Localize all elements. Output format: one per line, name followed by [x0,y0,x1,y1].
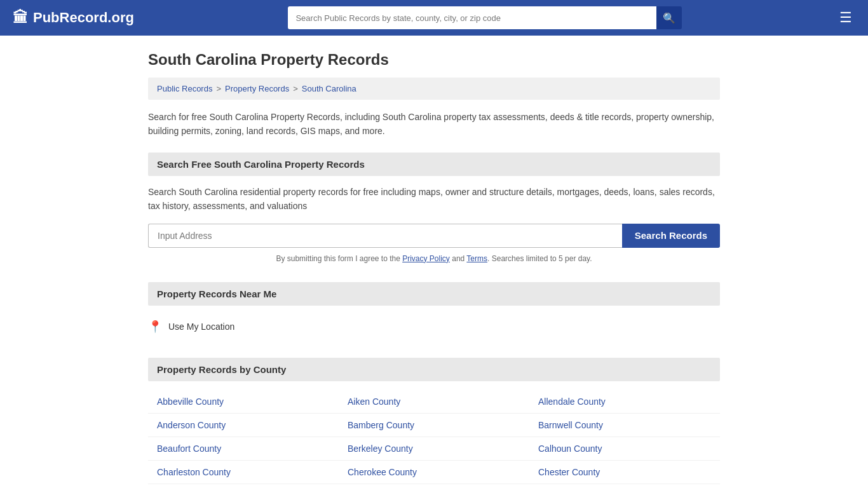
county-link[interactable]: Chesterfield County [148,484,339,488]
county-link[interactable]: Anderson County [148,414,339,437]
county-link[interactable]: Cherokee County [339,461,529,484]
address-search-row: Search Records [148,224,720,248]
breadcrumb-link-property-records[interactable]: Property Records [225,84,289,93]
address-input[interactable] [148,224,622,248]
county-link[interactable]: Bamberg County [339,414,529,437]
page-title: South Carolina Property Records [148,51,720,69]
header: 🏛 PubRecord.org 🔍 ☰ [0,0,868,36]
location-icon: 📍 [148,320,162,334]
breadcrumb-link-public-records[interactable]: Public Records [157,84,212,93]
county-section: Property Records by County Abbeville Cou… [148,358,720,488]
county-link[interactable]: Charleston County [148,461,339,484]
logo-text: PubRecord.org [33,10,134,26]
terms-link[interactable]: Terms [466,254,487,263]
county-link[interactable]: Allendale County [529,390,720,414]
county-link[interactable]: Berkeley County [339,437,529,461]
header-menu-button[interactable]: ☰ [836,8,855,28]
breadcrumb-sep-1: > [216,84,221,93]
use-location-label: Use My Location [168,322,234,332]
form-limit-text: . Searches limited to 5 per day. [487,254,592,263]
county-section-header: Property Records by County [148,358,720,381]
county-grid: Abbeville CountyAiken CountyAllendale Co… [148,390,720,488]
county-link[interactable]: Abbeville County [148,390,339,414]
page-description: Search for free South Carolina Property … [148,110,720,139]
county-link[interactable]: Colleton County [529,484,720,488]
privacy-policy-link[interactable]: Privacy Policy [402,254,450,263]
form-notice-text: By submitting this form I agree to the [276,254,402,263]
site-logo[interactable]: 🏛 PubRecord.org [13,9,134,27]
breadcrumb: Public Records > Property Records > Sout… [148,78,720,100]
menu-icon: ☰ [839,10,852,25]
county-link[interactable]: Calhoun County [529,437,720,461]
county-link[interactable]: Chester County [529,461,720,484]
near-me-header: Property Records Near Me [148,282,720,306]
use-location-button[interactable]: 📍 Use My Location [148,315,720,339]
search-section-header: Search Free South Carolina Property Reco… [148,152,720,176]
county-link[interactable]: Barnwell County [529,414,720,437]
form-notice: By submitting this form I agree to the P… [148,254,720,263]
header-search-button[interactable]: 🔍 [656,6,682,29]
form-and-text: and [450,254,466,263]
county-link[interactable]: Clarendon County [339,484,529,488]
county-link[interactable]: Beaufort County [148,437,339,461]
breadcrumb-sep-2: > [293,84,298,93]
search-records-button[interactable]: Search Records [622,224,720,248]
search-section: Search Free South Carolina Property Reco… [148,152,720,263]
search-description: Search South Carolina residential proper… [148,185,720,214]
header-search-input[interactable] [288,6,656,29]
near-me-section: Property Records Near Me 📍 Use My Locati… [148,282,720,339]
header-search-container: 🔍 [288,6,682,29]
logo-icon: 🏛 [13,9,28,27]
search-icon: 🔍 [663,12,675,24]
county-link[interactable]: Aiken County [339,390,529,414]
main-content: South Carolina Property Records Public R… [135,36,733,488]
breadcrumb-link-south-carolina[interactable]: South Carolina [302,84,356,93]
